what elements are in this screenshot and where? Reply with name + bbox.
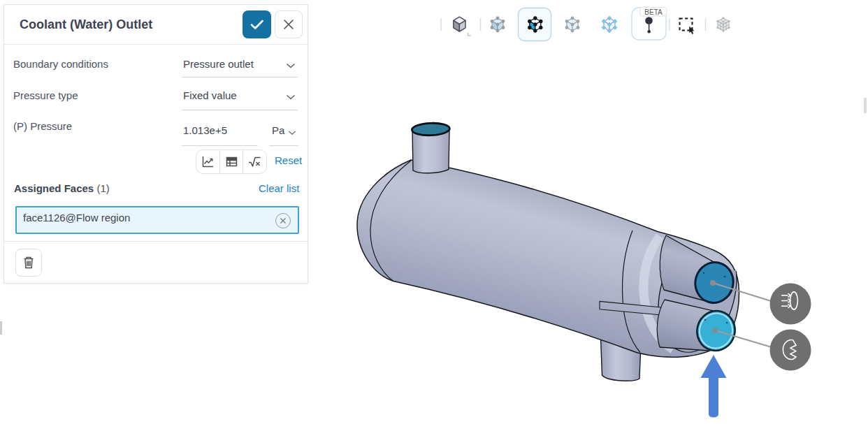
svg-text:BETA: BETA	[644, 8, 663, 16]
